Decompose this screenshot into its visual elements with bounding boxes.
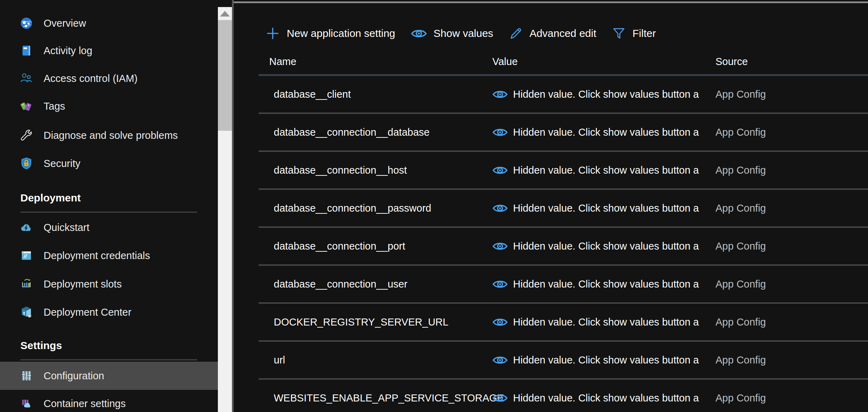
setting-value: Hidden value. Click show values button a	[492, 392, 707, 404]
setting-source: App Config	[715, 202, 868, 214]
sidebar-item-diagnose[interactable]: Diagnose and solve problems	[0, 121, 218, 149]
sidebar-item-configuration[interactable]: Configuration	[0, 362, 218, 390]
scrollbar-thumb[interactable]	[218, 20, 232, 131]
sidebar-item-overview[interactable]: Overview	[0, 9, 218, 37]
table-header: Name Value Source	[259, 49, 868, 76]
hidden-value-text: Hidden value. Click show values button a	[513, 392, 699, 404]
setting-source: App Config	[715, 392, 868, 404]
setting-source: App Config	[715, 165, 868, 176]
scroll-up-arrow[interactable]	[220, 11, 230, 17]
setting-source: App Config	[715, 316, 868, 328]
slots-bars-icon	[20, 277, 33, 291]
setting-source: App Config	[715, 89, 868, 100]
setting-value: Hidden value. Click show values button a	[492, 89, 707, 100]
sidebar-item-security[interactable]: Security	[0, 149, 218, 178]
setting-value: Hidden value. Click show values button a	[492, 240, 707, 252]
hidden-value-text: Hidden value. Click show values button a	[513, 278, 699, 290]
table-row[interactable]: WEBSITES_ENABLE_APP_SERVICE_STORAGE Hidd…	[259, 380, 868, 412]
sidebar-item-label: Quickstart	[44, 222, 90, 233]
button-label: New application setting	[287, 27, 395, 39]
eye-icon	[492, 203, 508, 214]
section-divider	[20, 212, 197, 213]
configuration-blade: New application setting Show values Adva…	[234, 0, 868, 412]
button-label: Filter	[633, 27, 656, 39]
sidebar-item-label: Diagnose and solve problems	[44, 130, 178, 141]
hidden-value-text: Hidden value. Click show values button a	[513, 202, 699, 214]
sidebar-item-container-settings[interactable]: Container settings	[0, 390, 218, 412]
setting-value: Hidden value. Click show values button a	[492, 278, 707, 290]
sidebar-section-deployment: Deployment	[20, 192, 81, 206]
setting-value: Hidden value. Click show values button a	[492, 165, 707, 176]
table-row[interactable]: database__client Hidden value. Click sho…	[259, 76, 868, 114]
eye-icon	[492, 355, 508, 366]
sidebar-section-settings: Settings	[20, 340, 62, 354]
advanced-edit-button[interactable]: Advanced edit	[509, 26, 596, 40]
sidebar-scrollbar[interactable]	[218, 7, 232, 412]
sidebar-item-label: Deployment slots	[44, 278, 122, 290]
pencil-icon	[509, 26, 523, 40]
sidebar-item-activity-log[interactable]: Activity log	[0, 37, 218, 65]
setting-value: Hidden value. Click show values button a	[492, 127, 707, 138]
shield-lock-icon	[20, 157, 33, 170]
eye-icon	[411, 28, 427, 39]
setting-value: Hidden value. Click show values button a	[492, 354, 707, 366]
table-row[interactable]: database__connection__user Hidden value.…	[259, 266, 868, 304]
sidebar-item-label: Access control (IAM)	[44, 73, 138, 84]
setting-name: database__connection__password	[259, 202, 492, 214]
people-icon	[20, 72, 33, 85]
sidebar-item-deployment-center[interactable]: » Deployment Center	[0, 298, 218, 326]
button-label: Advanced edit	[530, 27, 596, 39]
eye-icon	[492, 127, 508, 138]
wrench-icon	[20, 129, 33, 142]
browser-code-icon: //	[20, 249, 33, 262]
table-row[interactable]: database__connection__password Hidden va…	[259, 190, 868, 228]
setting-name: WEBSITES_ENABLE_APP_SERVICE_STORAGE	[259, 392, 492, 404]
column-header-name: Name	[259, 56, 492, 67]
journal-icon	[20, 44, 33, 57]
cube-deploy-icon: »	[20, 305, 33, 319]
tags-icon	[20, 99, 33, 113]
sidebar-item-label: Activity log	[44, 45, 92, 57]
hidden-value-text: Hidden value. Click show values button a	[513, 127, 699, 138]
sidebar-item-access-control[interactable]: Access control (IAM)	[0, 64, 218, 92]
hidden-value-text: Hidden value. Click show values button a	[513, 89, 699, 100]
setting-name: url	[259, 354, 492, 366]
sidebar-item-tags[interactable]: Tags	[0, 92, 218, 120]
new-application-setting-button[interactable]: New application setting	[265, 26, 395, 41]
sidebar-item-label: Overview	[44, 18, 86, 29]
sidebar-item-label: Security	[44, 158, 80, 169]
container-cloud-icon	[20, 397, 33, 410]
command-toolbar: New application setting Show values Adva…	[265, 21, 656, 46]
resource-menu-sidebar: Overview Activity log Access control (IA…	[0, 0, 218, 412]
eye-icon	[492, 279, 508, 290]
setting-value: Hidden value. Click show values button a	[492, 316, 707, 328]
sidebar-item-label: Deployment credentials	[44, 250, 150, 262]
setting-name: database__connection__port	[259, 240, 492, 252]
setting-source: App Config	[715, 240, 868, 252]
table-row[interactable]: database__connection__database Hidden va…	[259, 114, 868, 152]
section-divider	[20, 359, 197, 360]
globe-icon	[20, 17, 33, 30]
table-row[interactable]: url Hidden value. Click show values butt…	[259, 342, 868, 380]
hidden-value-text: Hidden value. Click show values button a	[513, 316, 699, 328]
setting-name: database__connection__host	[259, 165, 492, 176]
setting-name: database__connection__database	[259, 127, 492, 138]
setting-source: App Config	[715, 127, 868, 138]
eye-icon	[492, 165, 508, 176]
sidebar-item-quickstart[interactable]: Quickstart	[0, 213, 218, 242]
setting-name: database__client	[259, 89, 492, 100]
table-row[interactable]: database__connection__port Hidden value.…	[259, 228, 868, 266]
funnel-icon	[612, 26, 626, 40]
setting-source: App Config	[715, 278, 868, 290]
content-top-border	[234, 1, 868, 3]
setting-name: DOCKER_REGISTRY_SERVER_URL	[259, 316, 492, 328]
table-row[interactable]: DOCKER_REGISTRY_SERVER_URL Hidden value.…	[259, 304, 868, 342]
sidebar-item-deployment-slots[interactable]: Deployment slots	[0, 270, 218, 298]
show-values-button[interactable]: Show values	[411, 27, 493, 39]
filter-button[interactable]: Filter	[612, 26, 656, 40]
hidden-value-text: Hidden value. Click show values button a	[513, 354, 699, 366]
table-row[interactable]: database__connection__host Hidden value.…	[259, 152, 868, 190]
plus-icon	[265, 26, 280, 41]
eye-icon	[492, 241, 508, 252]
sidebar-item-deployment-credentials[interactable]: // Deployment credentials	[0, 242, 218, 270]
